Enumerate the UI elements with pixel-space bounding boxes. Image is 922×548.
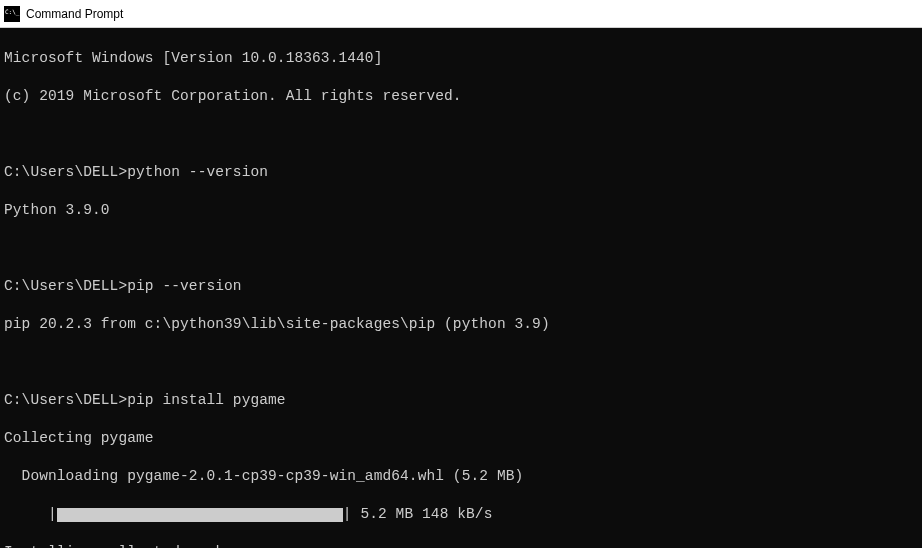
output-line: pip 20.2.3 from c:\python39\lib\site-pac… — [4, 315, 918, 334]
command-text: pip install pygame — [127, 392, 285, 408]
window-titlebar[interactable]: Command Prompt — [0, 0, 922, 28]
os-version-line: Microsoft Windows [Version 10.0.18363.14… — [4, 49, 918, 68]
prompt: C:\Users\DELL> — [4, 392, 127, 408]
terminal-output[interactable]: Microsoft Windows [Version 10.0.18363.14… — [0, 28, 922, 548]
command-line: C:\Users\DELL>python --version — [4, 163, 918, 182]
cmd-icon — [4, 6, 20, 22]
command-line: C:\Users\DELL>pip --version — [4, 277, 918, 296]
copyright-line: (c) 2019 Microsoft Corporation. All righ… — [4, 87, 918, 106]
window-title: Command Prompt — [26, 7, 123, 21]
progress-suffix: | 5.2 MB 148 kB/s — [343, 505, 493, 524]
output-line: Collecting pygame — [4, 429, 918, 448]
prompt: C:\Users\DELL> — [4, 278, 127, 294]
command-line: C:\Users\DELL>pip install pygame — [4, 391, 918, 410]
output-line: Downloading pygame-2.0.1-cp39-cp39-win_a… — [4, 467, 918, 486]
progress-indent: | — [4, 505, 57, 524]
command-text: pip --version — [127, 278, 241, 294]
progress-bar — [57, 508, 343, 522]
blank-line — [4, 125, 918, 144]
prompt: C:\Users\DELL> — [4, 164, 127, 180]
output-line: Installing collected packages: pygame — [4, 543, 918, 548]
progress-line: || 5.2 MB 148 kB/s — [4, 505, 918, 524]
blank-line — [4, 353, 918, 372]
blank-line — [4, 239, 918, 258]
output-line: Python 3.9.0 — [4, 201, 918, 220]
command-text: python --version — [127, 164, 268, 180]
